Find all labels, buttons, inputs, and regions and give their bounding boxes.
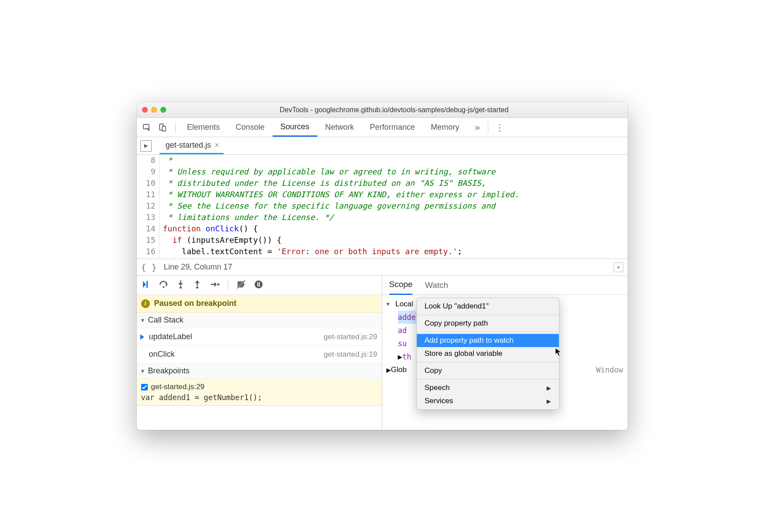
context-menu-item[interactable]: Look Up "addend1" <box>417 300 559 313</box>
context-menu-item[interactable]: Services▶ <box>417 394 559 408</box>
submenu-indicator-icon: ▶ <box>547 385 551 391</box>
context-menu-item[interactable]: Add property path to watch <box>417 334 559 347</box>
window-controls <box>142 107 166 113</box>
tabs-overflow-icon[interactable]: » <box>471 122 484 132</box>
window-title: DevTools - googlechrome.github.io/devtoo… <box>166 106 622 114</box>
pause-info-banner: i Paused on breakpoint <box>137 295 382 312</box>
context-menu: Look Up "addend1"Copy property pathAdd p… <box>416 298 559 410</box>
context-menu-item[interactable]: Copy property path <box>417 317 559 330</box>
pause-on-exceptions-icon[interactable] <box>254 280 263 291</box>
close-window-icon[interactable] <box>142 107 148 113</box>
close-file-icon[interactable]: × <box>215 141 220 150</box>
pause-message: Paused on breakpoint <box>154 299 237 308</box>
menu-separator <box>417 362 559 362</box>
variable-name: th <box>402 350 411 363</box>
svg-rect-10 <box>259 282 259 287</box>
kebab-menu-icon[interactable]: ⋮ <box>492 122 508 133</box>
svg-point-6 <box>196 286 198 288</box>
menu-separator <box>417 332 559 332</box>
pretty-print-icon[interactable]: { } <box>141 262 157 273</box>
svg-rect-3 <box>146 281 148 288</box>
variable-name: su <box>398 337 407 350</box>
callstack-frame[interactable]: updateLabelget-started.js:29 <box>137 328 382 346</box>
chevron-down-icon: ▼ <box>140 368 146 374</box>
debugger-panes: i Paused on breakpoint ▼ Call Stack upda… <box>137 276 628 430</box>
tab-elements[interactable]: Elements <box>179 118 228 137</box>
tab-sources[interactable]: Sources <box>273 118 317 137</box>
frame-function: updateLabel <box>149 332 192 341</box>
debugger-right-panel: ScopeWatch ▼ Local addend1adsu▶ th ▶ Glo… <box>382 276 628 430</box>
debugger-left-panel: i Paused on breakpoint ▼ Call Stack upda… <box>137 276 382 430</box>
breakpoint-code: var addend1 = getNumber1(); <box>141 393 377 402</box>
chevron-right-icon: ▶ <box>387 363 391 376</box>
frame-function: onClick <box>149 350 175 359</box>
breakpoint-checkbox[interactable] <box>141 384 148 390</box>
global-type: Window <box>596 363 623 376</box>
breakpoints-header[interactable]: ▼ Breakpoints <box>137 363 382 379</box>
tab-memory[interactable]: Memory <box>423 118 467 137</box>
callstack-frame[interactable]: onClickget-started.js:19 <box>137 346 382 363</box>
step-over-icon[interactable] <box>159 280 168 291</box>
svg-rect-0 <box>143 124 149 129</box>
context-menu-item[interactable]: Copy <box>417 364 559 377</box>
context-menu-item[interactable]: Store as global variable <box>417 347 559 360</box>
svg-point-5 <box>179 286 181 288</box>
tab-watch[interactable]: Watch <box>425 276 448 294</box>
scope-watch-tabs: ScopeWatch <box>382 276 628 295</box>
svg-point-8 <box>255 280 263 288</box>
step-icon[interactable] <box>210 280 220 291</box>
line-gutter: 8910111213141516 <box>137 155 160 259</box>
code-body[interactable]: * * Unless required by applicable law or… <box>160 155 519 259</box>
file-tab[interactable]: get-started.js × <box>160 137 224 154</box>
step-out-icon[interactable] <box>193 280 202 291</box>
menu-separator <box>417 379 559 379</box>
breakpoint-label: get-started.js:29 <box>151 383 205 391</box>
svg-point-7 <box>217 283 219 285</box>
file-tabbar: ▶ get-started.js × <box>137 137 628 155</box>
step-into-icon[interactable] <box>176 280 185 291</box>
editor-statusbar: { } Line 29, Column 17 ▾ <box>137 259 628 276</box>
debug-controls <box>137 276 382 295</box>
svg-rect-9 <box>257 282 258 287</box>
submenu-indicator-icon: ▶ <box>547 398 551 404</box>
inspect-icon[interactable] <box>140 121 153 134</box>
variable-name: ad <box>398 324 407 337</box>
main-tabbar: ElementsConsoleSourcesNetworkPerformance… <box>137 118 628 137</box>
divider <box>228 280 228 291</box>
frame-location: get-started.js:29 <box>324 333 377 341</box>
breakpoint-item[interactable]: get-started.js:29var addend1 = getNumber… <box>137 379 382 406</box>
divider <box>175 122 176 133</box>
chevron-down-icon: ▼ <box>387 298 393 311</box>
svg-point-4 <box>163 286 164 288</box>
info-icon: i <box>141 299 150 308</box>
file-tab-name: get-started.js <box>166 141 211 150</box>
resume-icon[interactable] <box>141 280 151 291</box>
chevron-down-icon: ▼ <box>140 317 146 323</box>
devtools-window: DevTools - googlechrome.github.io/devtoo… <box>137 102 628 430</box>
code-editor[interactable]: 8910111213141516 * * Unless required by … <box>137 155 628 259</box>
tab-performance[interactable]: Performance <box>362 118 423 137</box>
mouse-cursor-icon <box>555 348 562 358</box>
context-menu-item[interactable]: Speech▶ <box>417 381 559 394</box>
menu-separator <box>417 315 559 315</box>
frame-location: get-started.js:19 <box>324 350 377 359</box>
callstack-header[interactable]: ▼ Call Stack <box>137 312 382 328</box>
minimize-window-icon[interactable] <box>151 107 157 113</box>
svg-rect-2 <box>162 126 166 131</box>
divider <box>488 122 488 133</box>
titlebar: DevTools - googlechrome.github.io/devtoo… <box>137 102 628 118</box>
tab-console[interactable]: Console <box>228 118 273 137</box>
cursor-position: Line 29, Column 17 <box>164 262 232 272</box>
tab-network[interactable]: Network <box>317 118 362 137</box>
deactivate-breakpoints-icon[interactable] <box>236 280 246 291</box>
navigator-toggle-icon[interactable]: ▶ <box>140 140 152 152</box>
maximize-window-icon[interactable] <box>160 107 166 113</box>
device-toggle-icon[interactable] <box>156 121 169 134</box>
tab-scope[interactable]: Scope <box>389 275 413 295</box>
statusbar-dropdown-icon[interactable]: ▾ <box>614 262 623 272</box>
